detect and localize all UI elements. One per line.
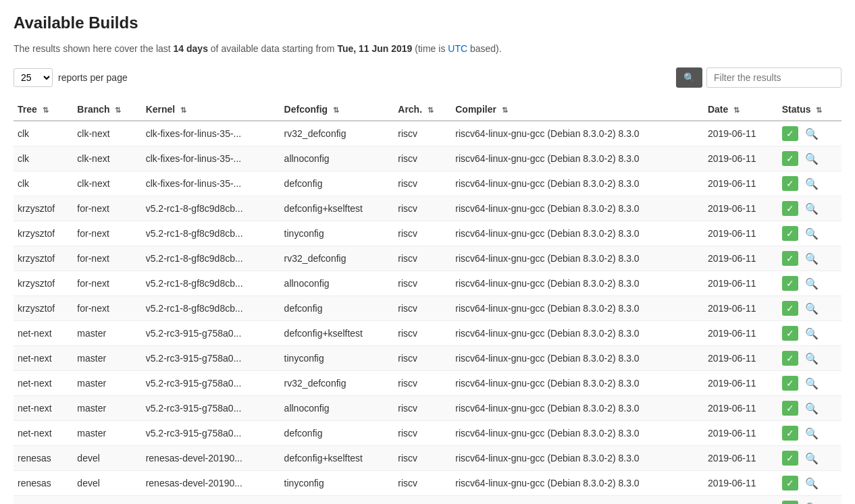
cell-compiler: riscv64-linux-gnu-gcc (Debian 8.3.0-2) 8… [451,396,704,421]
cell-defconfig: allnoconfig [280,396,394,421]
magnify-icon[interactable]: 🔍 [805,252,819,265]
status-pass-icon: ✓ [782,401,798,416]
cell-compiler: riscv64-linux-gnu-gcc (Debian 8.3.0-2) 8… [451,371,704,396]
cell-branch: master [73,421,141,446]
table-row: clkclk-nextclk-fixes-for-linus-35-...all… [14,146,841,171]
kernel-sort-icon: ⇅ [180,106,186,114]
cell-kernel: v5.2-rc3-915-g758a0... [142,371,280,396]
magnify-icon[interactable]: 🔍 [805,277,819,290]
cell-status: ✓ 🔍 [778,146,841,171]
magnify-icon[interactable]: 🔍 [805,152,819,165]
per-page-select[interactable]: 25 50 100 [14,68,53,87]
magnify-icon[interactable]: 🔍 [805,402,819,415]
cell-compiler: riscv64-linux-gnu-gcc (Debian 8.3.0-2) 8… [451,321,704,346]
status-pass-icon: ✓ [782,151,798,166]
per-page-label: reports per page [58,72,128,83]
cell-branch: master [73,346,141,371]
magnify-icon[interactable]: 🔍 [805,502,819,505]
cell-branch: for-next [73,271,141,296]
cell-branch: clk-next [73,146,141,171]
cell-arch: riscv [394,446,451,471]
status-pass-icon: ✓ [782,176,798,191]
cell-tree: clk [14,146,73,171]
col-date[interactable]: Date ⇅ [704,99,778,121]
cell-date: 2019-06-11 [704,396,778,421]
cell-defconfig: rv32_defconfig [280,496,394,505]
filter-input[interactable] [706,67,841,88]
magnify-icon[interactable]: 🔍 [805,427,819,440]
col-kernel[interactable]: Kernel ⇅ [142,99,280,121]
cell-tree: net-next [14,396,73,421]
status-pass-icon: ✓ [782,351,798,366]
cell-arch: riscv [394,221,451,246]
table-row: clkclk-nextclk-fixes-for-linus-35-...rv3… [14,121,841,146]
status-pass-icon: ✓ [782,276,798,291]
cell-defconfig: tinyconfig [280,346,394,371]
col-arch[interactable]: Arch. ⇅ [394,99,451,121]
search-button[interactable]: 🔍 [676,67,702,88]
magnify-icon[interactable]: 🔍 [805,327,819,340]
cell-status: ✓ 🔍 [778,196,841,221]
cell-arch: riscv [394,396,451,421]
status-pass-icon: ✓ [782,301,798,316]
cell-defconfig: rv32_defconfig [280,371,394,396]
table-header-row: Tree ⇅ Branch ⇅ Kernel ⇅ Defconfig ⇅ Arc… [14,99,841,121]
cell-compiler: riscv64-linux-gnu-gcc (Debian 8.3.0-2) 8… [451,271,704,296]
cell-branch: devel [73,446,141,471]
cell-kernel: renesas-devel-20190... [142,446,280,471]
cell-tree: net-next [14,321,73,346]
magnify-icon[interactable]: 🔍 [805,302,819,315]
cell-arch: riscv [394,271,451,296]
cell-date: 2019-06-11 [704,371,778,396]
cell-tree: renesas [14,446,73,471]
builds-table: Tree ⇅ Branch ⇅ Kernel ⇅ Defconfig ⇅ Arc… [14,99,841,504]
cell-tree: clk [14,121,73,146]
subtitle: The results shown here cover the last 14… [14,43,841,54]
table-row: krzysztoffor-nextv5.2-rc1-8-gf8c9d8cb...… [14,271,841,296]
table-row: krzysztoffor-nextv5.2-rc1-8-gf8c9d8cb...… [14,196,841,221]
cell-defconfig: tinyconfig [280,221,394,246]
status-pass-icon: ✓ [782,126,798,141]
cell-date: 2019-06-11 [704,196,778,221]
cell-branch: devel [73,496,141,505]
cell-defconfig: defconfig+kselftest [280,321,394,346]
cell-branch: for-next [73,246,141,271]
status-pass-icon: ✓ [782,501,798,504]
cell-arch: riscv [394,196,451,221]
cell-defconfig: allnoconfig [280,271,394,296]
magnify-icon[interactable]: 🔍 [805,227,819,240]
cell-date: 2019-06-11 [704,146,778,171]
cell-compiler: riscv64-linux-gnu-gcc (Debian 8.3.0-2) 8… [451,446,704,471]
utc-link[interactable]: UTC [448,43,467,54]
col-compiler[interactable]: Compiler ⇅ [451,99,704,121]
cell-compiler: riscv64-linux-gnu-gcc (Debian 8.3.0-2) 8… [451,296,704,321]
cell-compiler: riscv64-linux-gnu-gcc (Debian 8.3.0-2) 8… [451,246,704,271]
cell-date: 2019-06-11 [704,296,778,321]
cell-status: ✓ 🔍 [778,321,841,346]
cell-status: ✓ 🔍 [778,171,841,196]
cell-arch: riscv [394,121,451,146]
table-row: krzysztoffor-nextv5.2-rc1-8-gf8c9d8cb...… [14,296,841,321]
magnify-icon[interactable]: 🔍 [805,202,819,215]
date-sort-icon: ⇅ [733,106,740,114]
magnify-icon[interactable]: 🔍 [805,477,819,490]
cell-tree: krzysztof [14,246,73,271]
magnify-icon[interactable]: 🔍 [805,352,819,365]
cell-tree: krzysztof [14,221,73,246]
magnify-icon[interactable]: 🔍 [805,452,819,465]
magnify-icon[interactable]: 🔍 [805,177,819,190]
cell-tree: renesas [14,471,73,496]
magnify-icon[interactable]: 🔍 [805,128,819,140]
col-status[interactable]: Status ⇅ [778,99,841,121]
cell-status: ✓ 🔍 [778,371,841,396]
table-row: krzysztoffor-nextv5.2-rc1-8-gf8c9d8cb...… [14,246,841,271]
col-branch[interactable]: Branch ⇅ [73,99,141,121]
col-tree[interactable]: Tree ⇅ [14,99,73,121]
magnify-icon[interactable]: 🔍 [805,377,819,390]
cell-date: 2019-06-11 [704,246,778,271]
cell-branch: clk-next [73,121,141,146]
table-row: renesasdevelrenesas-devel-20190...rv32_d… [14,496,841,505]
cell-compiler: riscv64-linux-gnu-gcc (Debian 8.3.0-2) 8… [451,171,704,196]
table-row: clkclk-nextclk-fixes-for-linus-35-...def… [14,171,841,196]
col-defconfig[interactable]: Defconfig ⇅ [280,99,394,121]
